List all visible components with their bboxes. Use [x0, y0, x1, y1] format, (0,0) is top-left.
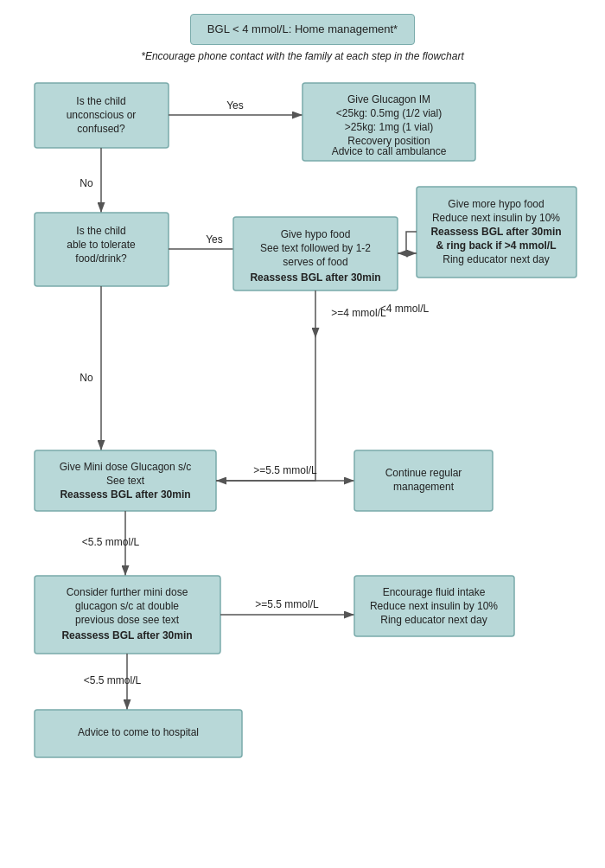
further-mini-text-3: previous dose see text: [75, 614, 180, 626]
lt4-arrow-path: [398, 232, 417, 253]
more-hypo-text-1: Give more hypo food: [448, 198, 544, 210]
yes-label-1: Yes: [226, 99, 244, 112]
gte55-label-2: >=5.5 mmol/L: [255, 598, 319, 610]
glucagon-text-3: >25kg: 1mg (1 vial): [345, 121, 433, 133]
tolerate-text-2: able to tolerate: [67, 239, 136, 251]
more-hypo-text-2: Reduce next insulin by 10%: [432, 212, 560, 224]
header-title: BGL < 4 mmol/L: Home management*: [207, 22, 398, 35]
flowchart: BGL < 4 mmol/L: Home management* *Encour…: [14, 14, 591, 820]
header-title-box: BGL < 4 mmol/L: Home management*: [190, 14, 415, 45]
no-label-2: No: [80, 372, 93, 384]
more-hypo-text-3: Reassess BGL after 30min: [430, 226, 561, 238]
mini-dose-text-2: See text: [106, 475, 145, 487]
further-mini-text-1: Consider further mini dose: [67, 586, 188, 598]
encourage-fluid-text-3: Ring educator next day: [380, 614, 487, 626]
further-mini-text-4: Reassess BGL after 30min: [61, 629, 192, 641]
glucagon-text-5: Advice to call ambulance: [332, 145, 447, 157]
continue-text-2: management: [393, 481, 455, 493]
yes-label-2: Yes: [206, 233, 223, 246]
more-hypo-text-5: Ring educator next day: [443, 253, 549, 265]
hypo-food-text-2: See text followed by 1-2: [260, 242, 371, 254]
flowchart-svg: Is the child unconscious or confused? Ye…: [17, 74, 588, 818]
tolerate-text-3: food/drink?: [75, 252, 127, 265]
unconscious-text-1: Is the child: [76, 95, 125, 107]
gte55-label-1: >=5.5 mmol/L: [253, 464, 317, 476]
more-hypo-text-4: & ring back if >4 mmol/L: [436, 239, 556, 252]
lt55-label-1: <5.5 mmol/L: [82, 536, 140, 548]
encourage-fluid-text-1: Encourage fluid intake: [383, 586, 486, 598]
encourage-fluid-text-2: Reduce next insulin by 10%: [370, 600, 498, 612]
glucagon-text-2: <25kg: 0.5mg (1/2 vial): [336, 107, 442, 119]
hypo-food-text-3: serves of food: [283, 256, 347, 268]
gte4-to-mini-path: [216, 338, 315, 481]
unconscious-text-2: unconscious or: [67, 109, 137, 121]
lt55-label-2: <5.5 mmol/L: [84, 674, 142, 686]
flowchart-svg-container: Is the child unconscious or confused? Ye…: [17, 74, 588, 820]
mini-dose-text-3: Reassess BGL after 30min: [60, 488, 190, 501]
glucagon-text-1: Give Glucagon IM: [347, 93, 430, 105]
no-label-1: No: [80, 177, 93, 189]
gte4-label: >=4 mmol/L: [331, 307, 386, 319]
mini-dose-text-1: Give Mini dose Glucagon s/c: [60, 461, 192, 473]
hospital-text: Advice to come to hospital: [78, 726, 199, 738]
tolerate-text-1: Is the child: [76, 225, 125, 237]
subtitle-text: *Encourage phone contact with the family…: [141, 50, 464, 62]
lt4-label: <4 mmol/L: [380, 303, 430, 315]
unconscious-text-3: confused?: [77, 123, 125, 135]
further-mini-text-2: glucagon s/c at double: [75, 600, 179, 612]
continue-text-1: Continue regular: [385, 467, 462, 479]
hypo-food-text-1: Give hypo food: [281, 228, 351, 240]
hypo-food-text-4: Reassess BGL after 30min: [250, 271, 380, 284]
